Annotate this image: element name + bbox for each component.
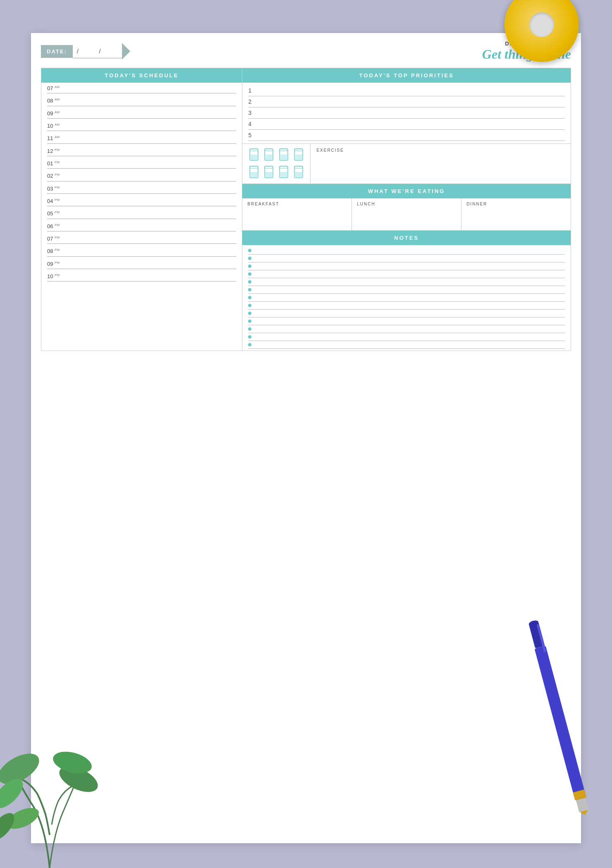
- note-bullet: [248, 327, 251, 331]
- note-bullet: [248, 288, 251, 291]
- note-row[interactable]: [248, 286, 565, 294]
- time-label: 08 PM: [47, 248, 236, 254]
- note-row[interactable]: [248, 302, 565, 310]
- water-glass-icon: [248, 165, 260, 179]
- note-row[interactable]: [248, 294, 565, 302]
- note-bullet: [248, 343, 251, 346]
- wellness-section: EXERCISE: [242, 144, 571, 184]
- schedule-header: TODAY'S SCHEDULE: [41, 68, 242, 83]
- date-fields[interactable]: / /: [73, 44, 122, 58]
- priority-row[interactable]: 2: [248, 96, 565, 107]
- priorities-items: 12345: [242, 83, 571, 143]
- time-line: [47, 93, 236, 93]
- note-row[interactable]: [248, 278, 565, 286]
- note-row[interactable]: [248, 247, 565, 255]
- time-slot[interactable]: 08 AM: [41, 95, 242, 107]
- note-row[interactable]: [248, 341, 565, 349]
- note-row[interactable]: [248, 325, 565, 333]
- time-slot[interactable]: 09 AM: [41, 108, 242, 120]
- time-line: [47, 131, 236, 131]
- priority-row[interactable]: 4: [248, 119, 565, 130]
- svg-rect-26: [250, 172, 258, 178]
- time-line: [47, 206, 236, 206]
- time-slot[interactable]: 10 PM: [41, 271, 242, 283]
- svg-rect-20: [280, 155, 288, 160]
- time-label: 07 PM: [47, 236, 236, 242]
- note-row[interactable]: [248, 310, 565, 317]
- exercise-label: EXERCISE: [316, 148, 565, 153]
- note-row[interactable]: [248, 317, 565, 325]
- notes-header: NOTES: [242, 231, 571, 245]
- note-row[interactable]: [248, 262, 565, 270]
- meal-column[interactable]: LUNCH: [352, 198, 461, 230]
- note-bullet: [248, 296, 251, 299]
- note-row[interactable]: [248, 270, 565, 278]
- note-row[interactable]: [248, 333, 565, 341]
- time-line: [47, 243, 236, 244]
- time-label: 09 PM: [47, 261, 236, 267]
- note-bullet: [248, 304, 251, 307]
- svg-rect-17: [265, 155, 273, 160]
- time-label: 05 PM: [47, 210, 236, 217]
- time-slot[interactable]: 04 PM: [41, 196, 242, 208]
- time-slot[interactable]: 10 AM: [41, 120, 242, 133]
- time-label: 10 PM: [47, 273, 236, 279]
- schedule-column: TODAY'S SCHEDULE 07 AM 08 AM 09 AM 10 AM…: [41, 68, 242, 351]
- notes-items: [242, 245, 571, 351]
- time-slot[interactable]: 09 PM: [41, 258, 242, 271]
- water-glass-icon: [278, 148, 289, 162]
- time-label: 07 AM: [47, 85, 236, 91]
- priorities-header: TODAY'S TOP PRIORITIES: [242, 68, 571, 83]
- time-label: 06 PM: [47, 223, 236, 229]
- time-line: [47, 168, 236, 169]
- meal-column[interactable]: BREAKFAST: [242, 198, 352, 230]
- meals-header: WHAT WE'RE EATING: [242, 184, 571, 198]
- time-label: 08 AM: [47, 98, 236, 104]
- svg-rect-14: [250, 155, 258, 160]
- priority-number: 4: [248, 121, 254, 127]
- water-tracker: [242, 144, 311, 184]
- meal-label: DINNER: [466, 202, 566, 206]
- plant-decoration: [0, 703, 108, 868]
- note-row[interactable]: [248, 255, 565, 262]
- note-bullet: [248, 280, 251, 284]
- time-slot[interactable]: 07 AM: [41, 83, 242, 95]
- note-bullet: [248, 335, 251, 339]
- note-bullet: [248, 257, 251, 260]
- time-slot[interactable]: 11 AM: [41, 133, 242, 145]
- note-bullet: [248, 272, 251, 276]
- planner-page: DATE: / / DAILY TO DO Get things Done TO…: [31, 33, 581, 843]
- time-slot[interactable]: 01 PM: [41, 158, 242, 170]
- time-slot[interactable]: 05 PM: [41, 208, 242, 220]
- time-line: [47, 219, 236, 219]
- svg-rect-23: [294, 155, 303, 160]
- svg-rect-7: [576, 798, 589, 812]
- time-slot[interactable]: 03 PM: [41, 183, 242, 196]
- svg-rect-35: [294, 172, 303, 178]
- content-grid: TODAY'S SCHEDULE 07 AM 08 AM 09 AM 10 AM…: [41, 68, 571, 351]
- time-line: [47, 181, 236, 181]
- priority-row[interactable]: 5: [248, 130, 565, 141]
- water-row-2: [248, 165, 304, 179]
- note-bullet: [248, 249, 251, 252]
- priority-row[interactable]: 1: [248, 85, 565, 96]
- time-slot[interactable]: 08 PM: [41, 246, 242, 258]
- time-label: 01 PM: [47, 160, 236, 167]
- water-row-1: [248, 148, 304, 162]
- water-glass-icon: [293, 148, 304, 162]
- water-glass-icon: [263, 165, 275, 179]
- time-line: [47, 106, 236, 106]
- time-label: 12 PM: [47, 148, 236, 154]
- time-slot[interactable]: 02 PM: [41, 170, 242, 183]
- svg-rect-32: [280, 172, 288, 178]
- meal-column[interactable]: DINNER: [461, 198, 571, 230]
- exercise-tracker: EXERCISE: [311, 144, 571, 184]
- time-slot[interactable]: 06 PM: [41, 221, 242, 233]
- time-label: 10 AM: [47, 123, 236, 129]
- time-slot[interactable]: 12 PM: [41, 145, 242, 158]
- priority-number: 5: [248, 132, 254, 138]
- time-slot[interactable]: 07 PM: [41, 233, 242, 246]
- date-arrow: [122, 43, 130, 60]
- priority-row[interactable]: 3: [248, 107, 565, 119]
- time-line: [47, 143, 236, 144]
